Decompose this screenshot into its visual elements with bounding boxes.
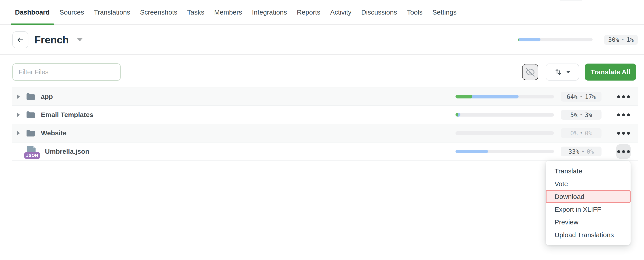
expand-chevron-right-icon[interactable]	[17, 94, 20, 99]
row-menu-button[interactable]	[616, 126, 630, 140]
tab-screenshots[interactable]: Screenshots	[136, 0, 182, 24]
menu-item-vote[interactable]: Vote	[546, 177, 630, 190]
dot-separator: •	[582, 149, 584, 154]
tab-dashboard[interactable]: Dashboard	[11, 0, 54, 24]
approved-percent: 1%	[626, 36, 634, 43]
language-dropdown-caret-icon[interactable]	[77, 38, 82, 41]
language-progress-badge: 30% • 1%	[604, 35, 638, 45]
tab-members[interactable]: Members	[210, 0, 246, 24]
row-progress-area: 33% • 0%	[456, 144, 630, 159]
approved-percent: 17%	[585, 93, 596, 100]
arrow-left-icon	[16, 36, 24, 44]
language-progress-bar	[518, 38, 592, 41]
translated-percent: 33%	[568, 148, 580, 155]
ellipsis-icon	[622, 113, 625, 116]
row-menu-button[interactable]	[616, 90, 630, 104]
ellipsis-icon	[622, 132, 625, 135]
dot-separator: •	[622, 37, 624, 43]
folder-icon	[26, 111, 35, 119]
translated-percent: 5%	[570, 111, 578, 118]
expand-chevron-right-icon[interactable]	[17, 131, 20, 136]
translated-percent: 30%	[608, 36, 619, 43]
chevron-down-icon	[566, 71, 570, 73]
language-progress-summary: 30% • 1%	[518, 35, 638, 45]
translated-percent: 64%	[567, 93, 578, 100]
menu-item-download[interactable]: Download	[546, 190, 630, 203]
file-progress-badge: 64% • 17%	[561, 92, 602, 102]
translate-all-button[interactable]: Translate All	[585, 64, 636, 81]
ellipsis-icon	[622, 150, 625, 153]
files-toolbar: Translate All	[12, 63, 636, 81]
ellipsis-icon	[627, 132, 630, 135]
ellipsis-icon	[617, 132, 620, 135]
file-progress-badge: 33% • 0%	[561, 147, 602, 156]
translated-progress-fill	[456, 150, 488, 153]
dot-separator: •	[580, 130, 583, 136]
ellipsis-icon	[622, 95, 625, 98]
filter-files-input[interactable]	[12, 63, 121, 81]
tab-tasks[interactable]: Tasks	[183, 0, 209, 24]
dot-separator: •	[580, 112, 583, 117]
back-button[interactable]	[12, 31, 28, 48]
dot-separator: •	[580, 94, 583, 99]
row-progress-area: 64% • 17%	[456, 90, 630, 104]
approved-percent: 0%	[586, 148, 594, 155]
tab-activity[interactable]: Activity	[326, 0, 356, 24]
approved-progress-fill	[518, 38, 519, 41]
menu-item-translate[interactable]: Translate	[546, 165, 630, 177]
file-row-website[interactable]: Website 0% • 0%	[12, 124, 638, 143]
ellipsis-icon	[617, 113, 620, 116]
eye-off-icon	[526, 68, 535, 77]
file-progress-bar	[456, 131, 554, 135]
ellipsis-icon	[617, 95, 620, 98]
language-header: French 30% • 1%	[0, 25, 644, 55]
json-type-badge: JSON	[24, 152, 40, 159]
page-title: French	[34, 34, 69, 46]
file-name: Umbrella.json	[45, 148, 89, 155]
translated-percent: 0%	[570, 130, 578, 137]
file-progress-bar	[456, 95, 554, 98]
expand-chevron-right-icon[interactable]	[17, 112, 20, 117]
file-context-menu: Translate Vote Download Export in XLIFF …	[546, 161, 630, 245]
file-list: app 64% • 17%	[12, 88, 638, 161]
ellipsis-icon	[617, 150, 620, 153]
tab-settings[interactable]: Settings	[428, 0, 461, 24]
file-row-umbrella-json[interactable]: JSON Umbrella.json 33% • 0%	[12, 143, 638, 161]
row-progress-area: 0% • 0%	[456, 126, 630, 140]
tab-discussions[interactable]: Discussions	[357, 0, 402, 24]
ellipsis-icon	[627, 150, 630, 153]
tab-translations[interactable]: Translations	[90, 0, 134, 24]
json-file-icon: JSON	[26, 145, 39, 158]
approved-progress-fill	[456, 95, 472, 98]
folder-icon	[26, 93, 35, 100]
approved-percent: 3%	[585, 111, 592, 118]
row-menu-button-open[interactable]	[616, 144, 630, 159]
folder-icon	[26, 129, 35, 137]
translated-progress-fill	[518, 38, 540, 41]
tab-sources[interactable]: Sources	[55, 0, 88, 24]
toolbar-actions: Translate All	[522, 64, 636, 81]
file-progress-bar	[456, 113, 554, 117]
row-progress-area: 5% • 3%	[456, 108, 630, 122]
menu-item-upload-translations[interactable]: Upload Translations	[546, 228, 630, 241]
file-row-app[interactable]: app 64% • 17%	[12, 88, 638, 106]
file-name: Email Templates	[41, 111, 94, 119]
approved-progress-fill	[456, 113, 458, 117]
menu-item-export-in-xliff[interactable]: Export in XLIFF	[546, 203, 630, 216]
project-language-page: Dashboard Sources Translations Screensho…	[0, 0, 644, 260]
tab-reports[interactable]: Reports	[293, 0, 325, 24]
sort-arrows-icon	[554, 68, 562, 76]
tab-tools[interactable]: Tools	[403, 0, 427, 24]
file-name: app	[41, 93, 53, 100]
sort-button[interactable]	[546, 64, 579, 81]
file-progress-badge: 0% • 0%	[561, 128, 602, 138]
top-navigation: Dashboard Sources Translations Screensho…	[0, 0, 644, 25]
hide-translated-button[interactable]	[522, 64, 538, 80]
tab-integrations[interactable]: Integrations	[248, 0, 291, 24]
approved-percent: 0%	[585, 130, 592, 137]
row-menu-button[interactable]	[616, 108, 630, 122]
ellipsis-icon	[627, 113, 630, 116]
file-row-email-templates[interactable]: Email Templates 5% • 3%	[12, 106, 638, 124]
menu-item-preview[interactable]: Preview	[546, 216, 630, 228]
file-name: Website	[41, 129, 66, 137]
